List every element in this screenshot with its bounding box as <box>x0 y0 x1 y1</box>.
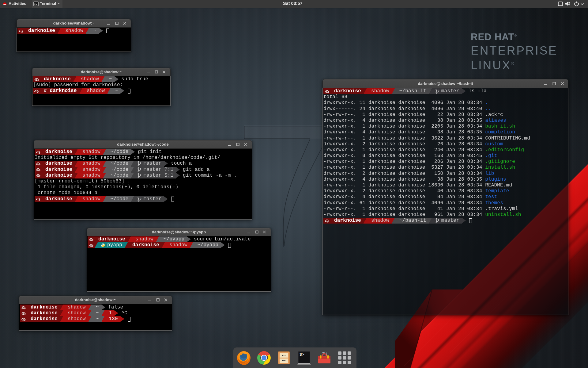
svg-text:$>: $> <box>300 352 304 357</box>
